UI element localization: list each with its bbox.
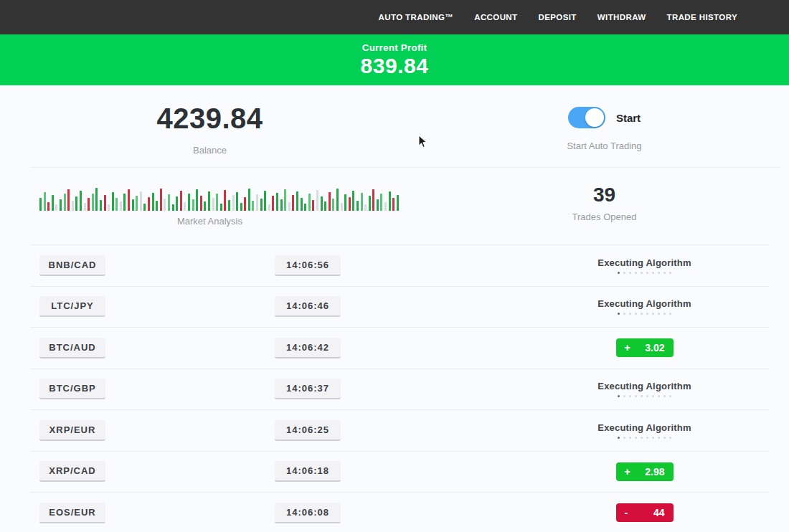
nav-withdraw[interactable]: WITHDRAW	[597, 13, 646, 22]
executing-label: Executing Algorithm	[519, 381, 770, 391]
result-sign: -	[625, 507, 628, 518]
time-badge: 14:06:46	[275, 296, 341, 317]
result-value: 2.98	[645, 466, 664, 478]
time-badge: 14:06:08	[275, 503, 341, 523]
result-cell: Executing Algorithm	[504, 381, 770, 397]
time-badge: 14:06:42	[275, 338, 341, 358]
time-cell: 14:06:42	[267, 338, 504, 358]
progress-dots	[519, 313, 770, 315]
current-profit-value: 839.84	[361, 54, 429, 78]
time-cell: 14:06:08	[267, 503, 504, 523]
auto-trading-toggle[interactable]	[568, 107, 605, 128]
executing-label: Executing Algorithm	[519, 298, 770, 309]
toggle-sub-label: Start Auto Trading	[420, 141, 789, 151]
current-profit-banner: Current Profit 839.84	[0, 34, 789, 85]
pair-badge: XRP/EUR	[39, 420, 105, 441]
balance-value: 4239.84	[0, 103, 420, 135]
market-analysis-label: Market Analysis	[0, 216, 420, 227]
pair-badge: LTC/JPY	[39, 296, 105, 317]
pair-cell: EOS/EUR	[30, 503, 267, 523]
trade-row: BTC/GBP 14:06:37 Executing Algorithm	[30, 369, 770, 411]
time-badge: 14:06:18	[275, 461, 341, 482]
executing-status: Executing Algorithm	[519, 381, 770, 397]
nav-auto-trading[interactable]: AUTO TRADING™	[379, 13, 454, 22]
result-value: 44	[653, 507, 665, 518]
executing-label: Executing Algorithm	[519, 422, 770, 433]
result-badge: + 2.98	[616, 462, 674, 481]
pair-badge: BTC/AUD	[39, 338, 105, 358]
executing-status: Executing Algorithm	[519, 257, 770, 274]
result-cell: - 44	[504, 503, 770, 522]
trade-row: EOS/EUR 14:06:08 - 44	[30, 493, 770, 532]
result-sign: +	[625, 342, 630, 353]
time-cell: 14:06:46	[267, 296, 504, 317]
pair-badge: XRP/CAD	[39, 461, 105, 482]
pair-cell: BTC/AUD	[30, 338, 267, 358]
trades-list: BNB/CAD 14:06:56 Executing Algorithm LTC…	[30, 244, 770, 532]
nav-trade-history[interactable]: TRADE HISTORY	[667, 13, 738, 22]
top-nav: AUTO TRADING™ ACCOUNT DEPOSIT WITHDRAW T…	[0, 0, 789, 34]
market-stats-row: Market Analysis 39 Trades Opened	[0, 168, 789, 244]
nav-account[interactable]: ACCOUNT	[474, 13, 517, 22]
time-cell: 14:06:37	[267, 379, 504, 399]
trade-row: BNB/CAD 14:06:56 Executing Algorithm	[30, 245, 770, 287]
pair-cell: XRP/EUR	[30, 420, 267, 441]
time-badge: 14:06:37	[275, 379, 341, 399]
pair-cell: BNB/CAD	[30, 255, 267, 276]
pair-cell: LTC/JPY	[30, 296, 267, 317]
time-badge: 14:06:56	[275, 255, 341, 276]
trades-opened-count: 39	[420, 184, 789, 206]
result-cell: Executing Algorithm	[504, 298, 770, 315]
nav-deposit[interactable]: DEPOSIT	[539, 13, 577, 22]
trade-row: LTC/JPY 14:06:46 Executing Algorithm	[30, 287, 770, 328]
time-badge: 14:06:25	[275, 420, 341, 441]
trades-opened-label: Trades Opened	[420, 212, 789, 222]
account-stats-row: 4239.84 Balance Start Start Auto Trading	[0, 85, 789, 167]
result-sign: +	[625, 466, 630, 478]
market-analysis-block: Market Analysis	[0, 168, 420, 244]
balance-label: Balance	[0, 145, 420, 156]
auto-trading-block: Start Start Auto Trading	[420, 85, 789, 167]
executing-label: Executing Algorithm	[519, 257, 770, 268]
trade-row: XRP/CAD 14:06:18 + 2.98	[30, 452, 770, 493]
pair-badge: BTC/GBP	[39, 379, 105, 399]
pair-badge: BNB/CAD	[39, 255, 105, 276]
pair-cell: XRP/CAD	[30, 461, 267, 482]
market-analysis-chart	[39, 185, 400, 211]
time-cell: 14:06:18	[267, 461, 504, 482]
result-cell: + 3.02	[504, 338, 770, 357]
toggle-label: Start	[616, 112, 641, 124]
trade-row: XRP/EUR 14:06:25 Executing Algorithm	[30, 410, 770, 452]
result-value: 3.02	[645, 342, 664, 353]
trade-row: BTC/AUD 14:06:42 + 3.02	[30, 328, 770, 369]
progress-dots	[519, 437, 770, 439]
result-cell: + 2.98	[504, 462, 770, 481]
result-cell: Executing Algorithm	[504, 422, 770, 439]
progress-dots	[519, 272, 770, 274]
time-cell: 14:06:25	[267, 420, 504, 441]
executing-status: Executing Algorithm	[519, 298, 770, 315]
current-profit-label: Current Profit	[362, 42, 427, 53]
balance-block: 4239.84 Balance	[0, 85, 420, 167]
time-cell: 14:06:56	[267, 255, 504, 276]
pair-cell: BTC/GBP	[30, 379, 267, 399]
progress-dots	[519, 395, 770, 397]
toggle-knob	[585, 108, 604, 127]
trades-opened-block: 39 Trades Opened	[420, 168, 789, 244]
result-badge: - 44	[616, 503, 674, 522]
result-cell: Executing Algorithm	[504, 257, 770, 274]
pair-badge: EOS/EUR	[39, 503, 105, 523]
executing-status: Executing Algorithm	[519, 422, 770, 439]
result-badge: + 3.02	[616, 338, 674, 357]
